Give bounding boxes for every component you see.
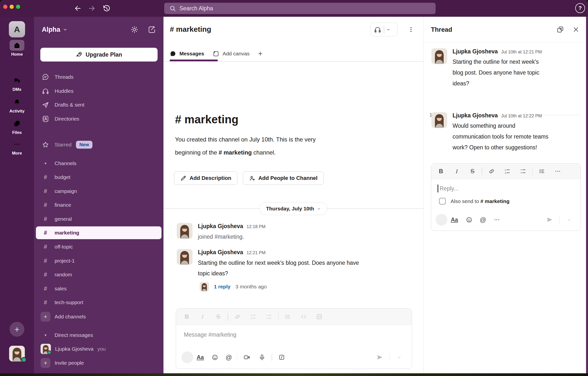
blockquote-icon[interactable] — [537, 166, 547, 177]
rail-item-dms[interactable]: DMs — [0, 75, 34, 92]
add-channels-button[interactable]: + Add channels — [36, 310, 162, 323]
rail-item-more[interactable]: More — [0, 139, 34, 156]
back-arrow-icon[interactable] — [73, 3, 83, 13]
bulleted-list-icon[interactable] — [518, 166, 529, 177]
close-icon[interactable] — [572, 26, 580, 33]
message-author[interactable]: Ljupka Gjosheva — [198, 223, 243, 230]
reply-input[interactable]: Reply... — [431, 179, 581, 198]
channel-title[interactable]: # marketing — [170, 25, 211, 33]
date-divider-pill[interactable]: Thursday, July 10th — [259, 202, 327, 215]
tab-add-canvas[interactable]: Add canvas — [213, 50, 250, 57]
forward-arrow-icon[interactable] — [87, 3, 97, 13]
sidebar-item-huddles[interactable]: Huddles — [36, 85, 162, 97]
tab-add-plus[interactable]: + — [258, 49, 263, 58]
traffic-light-zoom[interactable] — [16, 5, 20, 9]
bulleted-list-icon[interactable] — [264, 311, 274, 322]
send-options-chevron-icon[interactable] — [564, 214, 574, 225]
search-input[interactable]: Search Alpha — [164, 3, 436, 14]
also-send-row[interactable]: Also send to # marketing — [431, 198, 581, 204]
kebab-menu-icon[interactable] — [406, 24, 416, 35]
thread-preview-row[interactable]: 1 reply 3 months ago — [200, 282, 267, 291]
chevron-down-icon[interactable] — [386, 27, 391, 32]
send-icon[interactable] — [544, 214, 555, 225]
sidebar-item-channel-finance[interactable]: #finance — [36, 199, 162, 211]
avatar[interactable] — [431, 48, 447, 64]
italic-icon[interactable]: I — [451, 166, 462, 177]
avatar[interactable] — [177, 249, 192, 265]
workspace-avatar[interactable]: A — [9, 21, 25, 37]
reply-count-link[interactable]: 1 reply — [214, 284, 231, 290]
thread-root-message[interactable]: Ljupka Gjosheva Jul 10th at 12:21 PM Sta… — [431, 48, 587, 89]
add-people-button[interactable]: Add People to Channel — [243, 172, 324, 185]
format-toggle-icon[interactable]: Aa — [197, 354, 204, 361]
tab-messages[interactable]: Messages — [170, 50, 204, 57]
also-send-checkbox[interactable] — [439, 198, 446, 204]
sidebar-item-channel-campaign[interactable]: #campaign — [36, 185, 162, 198]
message-timestamp[interactable]: Jul 10th at 12:22 PM — [501, 113, 542, 119]
bold-icon[interactable]: B — [181, 311, 192, 322]
attach-plus-icon[interactable] — [181, 351, 193, 363]
more-actions-icon[interactable] — [491, 214, 502, 225]
settings-gear-icon[interactable] — [131, 26, 138, 33]
message-author[interactable]: Ljupka Gjosheva — [453, 112, 498, 119]
create-new-button[interactable]: + — [10, 322, 24, 337]
add-description-button[interactable]: Add Description — [174, 172, 237, 185]
compose-icon[interactable] — [148, 26, 156, 33]
workspace-switcher[interactable]: Alpha — [42, 26, 68, 33]
invite-people-button[interactable]: + Invite people — [36, 357, 162, 369]
huddle-button[interactable] — [370, 23, 398, 36]
composer-input[interactable]: Message #marketing — [176, 325, 412, 344]
sidebar-item-channel-off-topic[interactable]: #off-topic — [36, 240, 162, 253]
ordered-list-icon[interactable]: 12 — [248, 311, 259, 322]
sidebar-item-channel-random[interactable]: #random — [36, 268, 162, 281]
send-icon[interactable] — [374, 352, 385, 363]
ordered-list-icon[interactable]: 12 — [502, 166, 513, 177]
format-toggle-icon[interactable]: Aa — [451, 217, 458, 223]
message-timestamp[interactable]: Jul 10th at 12:21 PM — [501, 49, 542, 55]
mention-icon[interactable]: @ — [225, 354, 232, 361]
shortcuts-icon[interactable] — [276, 352, 287, 363]
sidebar-item-drafts[interactable]: Drafts & sent — [36, 98, 162, 111]
video-icon[interactable] — [241, 352, 252, 363]
rail-item-files[interactable]: Files — [0, 118, 34, 135]
code-icon[interactable] — [298, 311, 309, 322]
avatar[interactable] — [431, 112, 447, 128]
message-post[interactable]: Ljupka Gjosheva 12:21 PM Starting the ou… — [177, 249, 359, 279]
traffic-light-minimize[interactable] — [10, 5, 14, 9]
help-icon[interactable]: ? — [575, 3, 585, 13]
strikethrough-icon[interactable]: S — [213, 311, 224, 322]
sidebar-item-directories[interactable]: Directories — [36, 112, 162, 125]
thread-reply-message[interactable]: Ljupka Gjosheva Jul 10th at 12:22 PM Wou… — [431, 112, 587, 153]
avatar[interactable] — [177, 223, 192, 239]
sidebar-item-starred[interactable]: Starred New — [36, 138, 162, 151]
open-in-window-icon[interactable] — [557, 26, 564, 33]
link-icon[interactable] — [232, 311, 243, 322]
sidebar-item-channel-tech-support[interactable]: #tech-support — [36, 296, 162, 309]
message-author[interactable]: Ljupka Gjosheva — [198, 249, 243, 256]
thread-reply-composer[interactable]: B I S 12 Reply... Also sen — [431, 163, 581, 231]
dm-item-self[interactable]: Ljupka Gjosheva you — [36, 343, 162, 355]
more-formatting-icon[interactable] — [552, 166, 563, 177]
message-timestamp[interactable]: 12:21 PM — [247, 250, 265, 255]
rail-item-activity[interactable]: Activity — [0, 97, 34, 114]
history-icon[interactable] — [101, 3, 112, 14]
code-block-icon[interactable] — [314, 311, 325, 322]
rail-item-home[interactable]: Home — [0, 40, 34, 57]
sidebar-item-channel-general[interactable]: #general — [36, 213, 162, 225]
upgrade-plan-button[interactable]: Upgrade Plan — [40, 48, 158, 62]
sidebar-item-threads[interactable]: Threads — [36, 71, 162, 83]
link-icon[interactable] — [486, 166, 497, 177]
traffic-light-close[interactable] — [3, 5, 7, 9]
italic-icon[interactable]: I — [197, 311, 208, 322]
mention-icon[interactable]: @ — [480, 216, 486, 224]
sidebar-item-channel-project-1[interactable]: #project-1 — [36, 254, 162, 267]
channels-section-header[interactable]: ▾ Channels — [36, 157, 162, 170]
sidebar-item-channel-sales[interactable]: #sales — [36, 282, 162, 295]
message-composer[interactable]: B I S 12 Message #marketing — [176, 308, 412, 369]
attach-plus-icon[interactable] — [436, 214, 447, 226]
send-options-chevron-icon[interactable] — [394, 352, 405, 363]
sidebar-item-channel-marketing[interactable]: #marketing — [36, 226, 162, 239]
message-author[interactable]: Ljupka Gjosheva — [453, 48, 498, 55]
strikethrough-icon[interactable]: S — [467, 166, 478, 177]
dm-section-header[interactable]: ▾ Direct messages — [36, 329, 162, 342]
